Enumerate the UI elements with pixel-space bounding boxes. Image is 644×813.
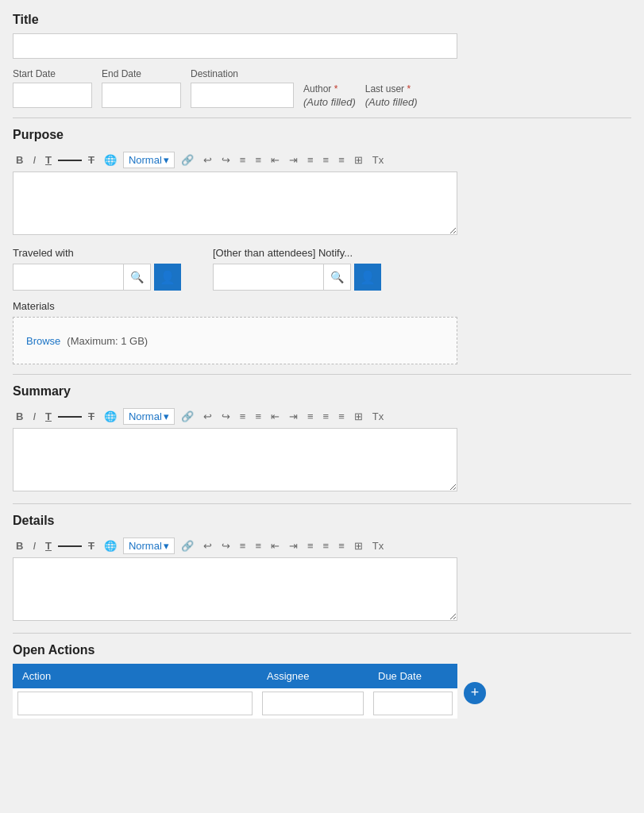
destination-field: Destination [191,68,294,108]
underline-button[interactable]: T [42,152,55,168]
traveled-person-button[interactable]: 👤 [154,264,181,291]
summary-indent-right-button[interactable]: ⇥ [286,409,301,424]
notify-search-row: 🔍 👤 [213,264,381,291]
notify-person-button[interactable]: 👤 [354,264,381,291]
traveled-notify-row: Traveled with 🔍 👤 [Other than attendees]… [13,247,631,291]
summary-table-button[interactable]: ⊞ [351,409,366,424]
details-ul-button[interactable]: ≡ [237,538,249,553]
summary-strikethrough-button[interactable]: T [85,409,98,424]
table-row [13,688,457,719]
summary-link-button[interactable]: 🔗 [178,409,197,424]
summary-label: Summary [13,384,631,399]
details-format-select[interactable]: Normal ▾ [123,538,175,554]
clear-format-button[interactable]: Tx [369,152,387,168]
summary-undo-button[interactable]: ↩ [200,409,215,424]
summary-bold-button[interactable]: B [13,409,26,424]
purpose-editor[interactable] [13,171,457,235]
italic-button[interactable]: I [29,152,39,168]
summary-indent-left-button[interactable]: ⇤ [268,409,283,424]
actions-table-header: Action Assignee Due Date [13,664,457,688]
details-undo-button[interactable]: ↩ [200,538,215,553]
summary-align-center-button[interactable]: ≡ [320,409,333,424]
link-button[interactable]: 🔗 [178,152,197,168]
purpose-toolbar: B I T T 🌐 Normal ▾ 🔗 ↩ ↪ ≡ ≡ ⇤ ⇥ ≡ ≡ ≡ ⊞… [13,148,631,171]
details-format-label: Normal [129,540,162,552]
align-center-button[interactable]: ≡ [320,152,333,168]
traveled-with-label: Traveled with [13,247,181,259]
traveled-with-input[interactable] [13,264,124,291]
details-redo-button[interactable]: ↪ [218,538,233,553]
indent-left-button[interactable]: ⇤ [268,152,283,168]
details-editor[interactable] [13,557,457,621]
due-date-input[interactable] [373,692,453,715]
summary-redo-button[interactable]: ↪ [218,409,233,424]
summary-ul-button[interactable]: ≡ [237,409,249,424]
summary-align-left-button[interactable]: ≡ [304,409,317,424]
details-strikethrough-button[interactable]: T [85,538,98,553]
title-section: Title [13,13,631,59]
details-align-center-button[interactable]: ≡ [320,538,333,553]
start-date-input[interactable]: 03/13/2020 [13,83,92,108]
traveled-search-button[interactable]: 🔍 [124,264,151,291]
start-date-label: Start Date [13,68,92,79]
align-right-button[interactable]: ≡ [335,152,348,168]
details-indent-left-button[interactable]: ⇤ [268,538,283,553]
summary-underline-button[interactable]: T [42,409,55,424]
format-label: Normal [129,154,162,166]
details-align-right-button[interactable]: ≡ [335,538,348,553]
summary-align-right-button[interactable]: ≡ [335,409,348,424]
align-left-button[interactable]: ≡ [304,152,317,168]
table-button[interactable]: ⊞ [351,152,366,168]
ul-button[interactable]: ≡ [237,152,249,168]
details-underline-button[interactable]: T [42,538,55,553]
summary-editor[interactable] [13,428,457,491]
globe-button[interactable]: 🌐 [101,152,120,168]
destination-input[interactable] [191,83,294,108]
add-row-button[interactable]: + [464,682,486,704]
purpose-section: Purpose B I T T 🌐 Normal ▾ 🔗 ↩ ↪ ≡ ≡ ⇤ ⇥… [13,128,631,237]
details-globe-button[interactable]: 🌐 [101,538,120,553]
details-bold-button[interactable]: B [13,538,26,553]
browse-link[interactable]: Browse [26,335,60,347]
open-actions-section: Open Actions Action Assignee Due Date [13,643,631,719]
traveled-with-search-row: 🔍 👤 [13,264,181,291]
bold-button[interactable]: B [13,152,26,168]
materials-label: Materials [13,300,631,312]
details-italic-button[interactable]: I [29,538,39,553]
actions-header-row: Action Assignee Due Date [13,664,457,688]
ol-button[interactable]: ≡ [252,152,264,168]
summary-ol-button[interactable]: ≡ [252,409,264,424]
summary-clear-format-button[interactable]: Tx [369,409,387,424]
assignee-column-header: Assignee [257,664,368,688]
details-indent-right-button[interactable]: ⇥ [286,538,301,553]
summary-globe-button[interactable]: 🌐 [101,409,120,424]
details-clear-format-button[interactable]: Tx [369,538,387,553]
details-align-left-button[interactable]: ≡ [304,538,317,553]
title-input[interactable] [13,33,457,59]
destination-label: Destination [191,68,294,79]
redo-button[interactable]: ↪ [218,152,233,168]
divider-2 [13,374,631,375]
end-date-input[interactable]: 03/13/2020 [102,83,181,108]
notify-search-button[interactable]: 🔍 [324,264,351,291]
action-input[interactable] [17,692,253,715]
summary-italic-button[interactable]: I [29,409,39,424]
undo-button[interactable]: ↩ [200,152,215,168]
summary-format-select[interactable]: Normal ▾ [123,408,175,425]
strikethrough-button[interactable]: T [85,152,98,168]
actions-table-body [13,688,457,719]
notify-input[interactable] [213,264,324,291]
author-label: Author * [303,83,356,94]
indent-right-button[interactable]: ⇥ [286,152,301,168]
last-user-field: Last user * (Auto filled) [365,83,418,108]
materials-box: Browse (Maximum: 1 GB) [13,317,457,364]
format-select[interactable]: Normal ▾ [123,152,175,168]
actions-table-container: Action Assignee Due Date + [13,664,631,719]
title-label: Title [13,13,631,27]
details-table-button[interactable]: ⊞ [351,538,366,553]
details-link-button[interactable]: 🔗 [178,538,197,553]
assignee-input[interactable] [262,692,364,715]
author-value: (Auto filled) [303,96,356,108]
details-ol-button[interactable]: ≡ [252,538,264,553]
divider-4 [13,633,631,634]
